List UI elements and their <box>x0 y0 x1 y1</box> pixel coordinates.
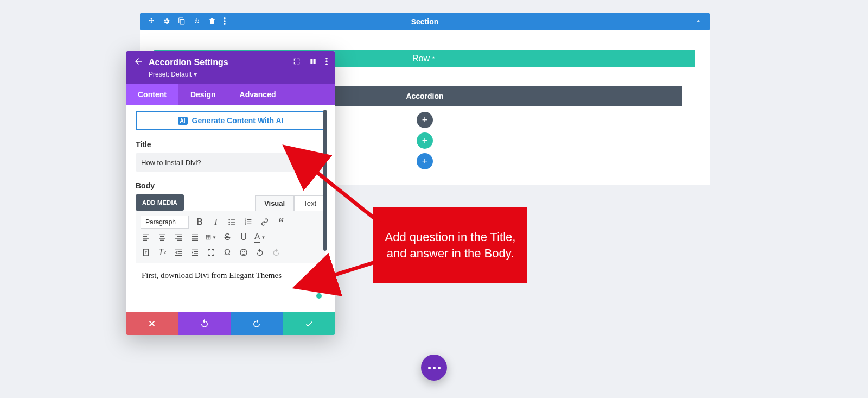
section-label: Section <box>411 17 439 26</box>
section-bar[interactable]: Section <box>140 13 710 30</box>
block-format-select[interactable]: Paragraph <box>141 216 189 229</box>
modal-footer <box>126 312 335 335</box>
outdent-icon[interactable] <box>173 247 184 258</box>
svg-rect-29 <box>177 240 182 241</box>
tab-content[interactable]: Content <box>126 84 178 105</box>
resize-handle-icon[interactable] <box>316 293 322 299</box>
svg-rect-24 <box>159 238 165 238</box>
mode-visual-tab[interactable]: Visual <box>255 195 294 211</box>
italic-icon[interactable]: I <box>210 217 221 228</box>
quote-icon[interactable]: “ <box>276 217 286 228</box>
align-right-icon[interactable] <box>173 232 184 243</box>
bold-icon[interactable]: B <box>194 217 205 228</box>
fullscreen-icon[interactable] <box>206 247 216 258</box>
cancel-button[interactable] <box>126 312 178 335</box>
modal-header: Accordion Settings Preset: Default ▾ <box>126 51 335 84</box>
save-button[interactable] <box>283 312 336 335</box>
svg-point-10 <box>228 224 230 225</box>
align-justify-icon[interactable] <box>189 232 200 243</box>
builder-menu-fab[interactable] <box>421 355 447 381</box>
svg-line-52 <box>328 261 380 277</box>
svg-rect-42 <box>178 253 182 254</box>
tab-advanced[interactable]: Advanced <box>228 84 288 105</box>
svg-rect-26 <box>175 235 182 235</box>
back-icon[interactable] <box>133 56 143 68</box>
body-editor-content[interactable]: First, download Divi from Elegant Themes <box>136 263 325 302</box>
indent-icon[interactable] <box>189 247 200 258</box>
svg-rect-27 <box>177 236 182 237</box>
svg-rect-18 <box>143 235 149 235</box>
row-label: Row <box>412 54 430 64</box>
svg-rect-7 <box>231 219 235 220</box>
chevron-down-icon: ▾ <box>194 71 197 78</box>
svg-point-0 <box>224 17 226 20</box>
svg-rect-30 <box>192 235 198 235</box>
gear-icon[interactable] <box>163 17 170 27</box>
expand-icon[interactable] <box>293 58 301 67</box>
body-label: Body <box>136 181 326 190</box>
link-icon[interactable] <box>259 217 270 228</box>
dots-icon[interactable] <box>224 17 226 27</box>
clear-format-icon[interactable]: Tx <box>157 247 168 258</box>
move-icon[interactable] <box>148 17 155 27</box>
editor-toolbar: Paragraph B I 123 “ ▼ S <box>136 211 325 263</box>
svg-point-3 <box>326 58 328 60</box>
svg-rect-13 <box>247 219 251 220</box>
undo-button[interactable] <box>178 312 231 335</box>
annotation-callout: Add question in the Title, and answer in… <box>373 207 527 283</box>
bullet-list-icon[interactable] <box>227 217 238 228</box>
preset-indicator[interactable]: Preset: Default ▾ <box>149 71 328 78</box>
trash-icon[interactable] <box>208 17 216 27</box>
svg-rect-21 <box>143 240 147 241</box>
svg-rect-19 <box>143 236 147 237</box>
align-left-icon[interactable] <box>141 232 151 243</box>
svg-point-48 <box>240 249 247 256</box>
svg-point-49 <box>242 251 243 252</box>
module-label: Accordion <box>406 92 443 100</box>
svg-rect-11 <box>231 224 235 224</box>
omega-icon[interactable]: Ω <box>222 247 233 258</box>
paste-text-icon[interactable]: T <box>141 247 151 258</box>
underline-icon[interactable]: U <box>238 232 249 243</box>
undo-icon[interactable] <box>254 247 265 258</box>
svg-point-50 <box>244 251 245 252</box>
svg-rect-43 <box>175 255 182 256</box>
table-icon[interactable]: ▼ <box>206 232 216 243</box>
svg-point-2 <box>224 23 226 25</box>
add-media-button[interactable]: ADD MEDIA <box>136 194 184 211</box>
redo-icon[interactable] <box>271 247 282 258</box>
emoji-icon[interactable] <box>238 247 249 258</box>
annotation-arrow-body <box>320 255 385 288</box>
svg-rect-17 <box>247 224 251 224</box>
more-icon[interactable] <box>326 58 328 67</box>
modal-tabs: Content Design Advanced <box>126 84 335 105</box>
svg-rect-15 <box>247 222 251 222</box>
title-label: Title <box>136 140 326 149</box>
svg-point-8 <box>228 222 230 223</box>
generate-ai-button[interactable]: AI Generate Content With AI <box>136 111 326 130</box>
svg-rect-25 <box>160 240 164 241</box>
title-input[interactable] <box>136 153 326 172</box>
redo-button[interactable] <box>231 312 283 335</box>
svg-line-51 <box>312 168 380 223</box>
add-section-button[interactable]: + <box>417 153 433 169</box>
svg-rect-33 <box>192 240 198 241</box>
svg-rect-45 <box>194 251 198 252</box>
ordered-list-icon[interactable]: 123 <box>243 217 254 228</box>
svg-point-6 <box>228 219 230 221</box>
power-icon[interactable] <box>193 17 201 27</box>
text-color-icon[interactable]: A▼ <box>254 232 265 243</box>
column-icon[interactable] <box>309 58 317 67</box>
strikethrough-icon[interactable]: S <box>222 232 233 243</box>
svg-text:3: 3 <box>245 223 246 225</box>
duplicate-icon[interactable] <box>178 17 186 27</box>
add-row-button[interactable]: + <box>417 132 433 149</box>
align-center-icon[interactable] <box>157 232 168 243</box>
add-module-button[interactable]: + <box>417 112 433 128</box>
tab-design[interactable]: Design <box>178 84 228 105</box>
chevron-up-icon[interactable] <box>430 54 437 64</box>
svg-point-1 <box>224 20 226 22</box>
chevron-up-icon[interactable] <box>694 17 702 27</box>
svg-rect-41 <box>178 251 182 252</box>
modal-title: Accordion Settings <box>149 58 288 67</box>
